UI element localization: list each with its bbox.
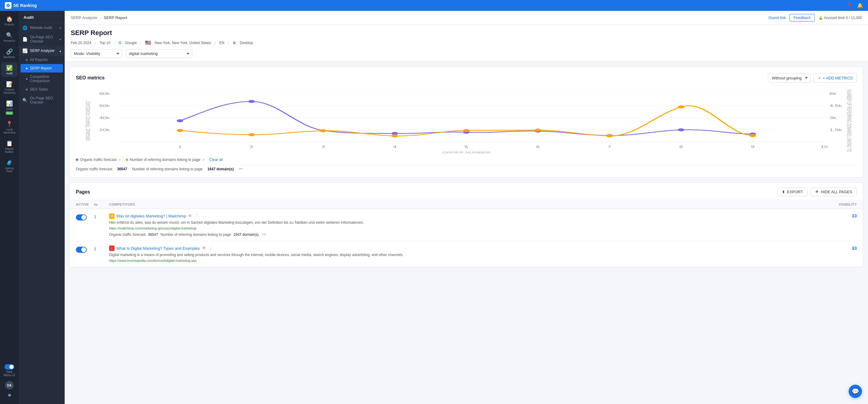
svg-text:3: 3 [321, 145, 325, 148]
guest-link-btn[interactable]: Guest link [769, 15, 786, 20]
local-marketing-icon: 📍 [6, 121, 13, 127]
comp-title-2: I What Is Digital Marketing? Types and E… [109, 245, 827, 251]
nav-item-website-audit[interactable]: 🌐 Website Audit ▾ [19, 23, 65, 33]
grouping-select[interactable]: Without grouping [768, 74, 811, 82]
toggle-thumb [81, 215, 86, 220]
nav-item-label: On-Page SEO Checker [30, 35, 57, 43]
legend-organic-traffic: Organic traffic forecast ✕ [76, 158, 121, 162]
nav-item-on-page-checker2[interactable]: 🔍 On-Page SEO Checker [19, 94, 65, 107]
comp-metrics-1: Organic traffic forecast 36547 Number of… [109, 233, 827, 237]
audit-icon: ✅ [6, 65, 13, 71]
nav-item-serp-analyzer[interactable]: 📈 SERP Analyzer ▴ [19, 46, 65, 56]
chevron-up-icon: ▴ [60, 49, 61, 53]
location: New York, New York, United States [155, 41, 211, 45]
nav-sub-seo-tasks[interactable]: SEO Tasks [19, 85, 65, 94]
sidebar-item-local-marketing[interactable]: 📍 Local Marketing [1, 119, 18, 136]
nav-sub-serp-report[interactable]: SERP Report [21, 64, 63, 72]
more-options-icon[interactable]: ••• [239, 167, 243, 171]
active-toggle-1[interactable] [76, 214, 87, 221]
row-dots-btn-2[interactable]: ⋮ [208, 245, 213, 251]
row-eye-btn-1[interactable]: 👁 [188, 213, 192, 219]
breadcrumb: SERP Analyzer › SERP Report [71, 15, 127, 20]
chart-legend: Organic traffic forecast ✕ Number of ref… [76, 158, 857, 162]
svg-point-24 [177, 119, 183, 122]
comp-title-text-2[interactable]: What Is Digital Marketing? Types and Exa… [116, 246, 200, 250]
svg-text:60k: 60k [99, 104, 110, 107]
chat-bubble[interactable]: 💬 [849, 385, 862, 398]
svg-text:4: 4 [393, 145, 397, 148]
sidebar-item-agency-pack[interactable]: 🧳 Agency Pack [1, 157, 18, 175]
row-eye-btn-2[interactable]: 👁 [202, 245, 207, 251]
sidebar-item-report-builder[interactable]: 📋 Report Builder [1, 138, 18, 156]
agency-pack-icon: 🧳 [6, 160, 13, 166]
feedback-button[interactable]: Feedback [789, 14, 814, 22]
settings-icon[interactable]: ⚙️ [1, 391, 18, 399]
sidebar-item-audit[interactable]: ✅ Audit [1, 62, 18, 77]
nav-sub-label: All Reports [30, 58, 48, 62]
on-page-seo-icon: 📄 [22, 37, 28, 42]
nav-sub-all-reports[interactable]: All Reports [19, 56, 65, 64]
comp-url-1[interactable]: https://mailchimp.com/marketing-glossary… [109, 227, 827, 230]
sidebar-item-label: Report Builder [2, 147, 16, 154]
table-header: ACTIVE № COMPETITORS VISIBILITY [70, 200, 863, 209]
new-menu-ui-toggle[interactable]: New Menu UI [1, 362, 18, 379]
sidebar-item-label: Local Marketing [2, 128, 16, 134]
secondary-header: SERP Analyzer › SERP Report Guest link F… [65, 11, 868, 25]
logo-icon [5, 2, 11, 9]
backlinks-icon: 🔗 [6, 48, 13, 55]
visibility-score-1: 33 [827, 213, 857, 218]
breadcrumb-parent[interactable]: SERP Analyzer [71, 15, 98, 20]
meta-divider: | [228, 41, 229, 45]
nav-sub-competitive[interactable]: Competitive Comparison [19, 72, 65, 85]
organic-label-1: Organic traffic forecast [109, 233, 146, 237]
mode-select[interactable]: Mode: Visibility [71, 49, 122, 58]
pages-header: Pages ⬆ EXPORT 👁 HIDE ALL PAGES [70, 183, 863, 200]
remove-referring-icon[interactable]: ✕ [202, 158, 205, 162]
nav-item-label: On-Page SEO Checker [30, 96, 61, 104]
active-toggle-2[interactable] [76, 247, 87, 253]
col-active: ACTIVE [76, 203, 94, 206]
lang: EN [219, 41, 224, 45]
sidebar-item-smm[interactable]: 📊 SMM Beta [1, 98, 18, 117]
competitor-info-2: I What Is Digital Marketing? Types and E… [109, 245, 827, 262]
hide-all-button[interactable]: 👁 HIDE ALL PAGES [811, 188, 857, 196]
organic-data-value: 36547 [117, 167, 127, 171]
sidebar-item-research[interactable]: 🔍 Research [1, 30, 18, 45]
device: Desktop [240, 41, 253, 45]
chevron-down-icon: ▾ [60, 26, 61, 30]
metrics-more-icon-1[interactable]: ••• [262, 233, 266, 237]
content-marketing-icon: 📝 [6, 81, 13, 88]
nav-item-on-page-seo[interactable]: 📄 On-Page SEO Checker ▾ [19, 33, 65, 46]
comp-title-text-1[interactable]: Was ist digitales Marketing? | Mailchimp [116, 214, 186, 218]
da-badge[interactable]: DA [5, 381, 13, 390]
main-layout: 🏠 Projects 🔍 Research 🔗 Backlinks ✅ Audi… [0, 11, 868, 404]
comp-title-1: M Was ist digitales Marketing? | Mailchi… [109, 213, 827, 219]
add-metrics-label: + ADD METRICS [823, 76, 853, 80]
pages-actions: ⬆ EXPORT 👁 HIDE ALL PAGES [777, 188, 857, 196]
keyword-select[interactable]: digital marketing [126, 49, 192, 58]
col-num: № [94, 203, 109, 206]
remove-organic-icon[interactable]: ✕ [119, 158, 121, 162]
comp-url-2[interactable]: https://www.investopedia.com/terms/d/dig… [109, 259, 827, 262]
sidebar-item-projects[interactable]: 🏠 Projects [1, 13, 18, 28]
dot-icon [26, 78, 28, 80]
clear-all-btn[interactable]: Clear all [210, 158, 223, 162]
referring-data-value: 1647 domain(s) [207, 167, 234, 171]
legend-organic-label: Organic traffic forecast [80, 158, 117, 162]
row-num-1: 1 [94, 214, 109, 219]
row-dots-btn-1[interactable]: ⋮ [194, 213, 199, 219]
comp-desc-2: Digital marketing is a means of promotin… [109, 252, 827, 258]
help-icon[interactable]: ❓ [846, 3, 852, 8]
svg-point-38 [606, 134, 613, 137]
svg-text:ORDER NUMBER: ORDER NUMBER [442, 151, 490, 154]
svg-text:6k: 6k [830, 92, 837, 95]
nav-sidebar-title: Audit [19, 11, 65, 23]
add-metrics-button[interactable]: ＋ + ADD METRICS [814, 73, 857, 83]
table-row: 1 M Was ist digitales Marketing? | Mailc… [70, 209, 863, 241]
sidebar-item-content-marketing[interactable]: 📝 Content Marketing [1, 78, 18, 97]
export-button[interactable]: ⬆ EXPORT [777, 188, 808, 196]
export-label: EXPORT [787, 190, 803, 194]
bell-icon[interactable]: 🔔 [857, 3, 863, 8]
svg-point-35 [392, 134, 398, 137]
sidebar-item-backlinks[interactable]: 🔗 Backlinks [1, 46, 18, 61]
